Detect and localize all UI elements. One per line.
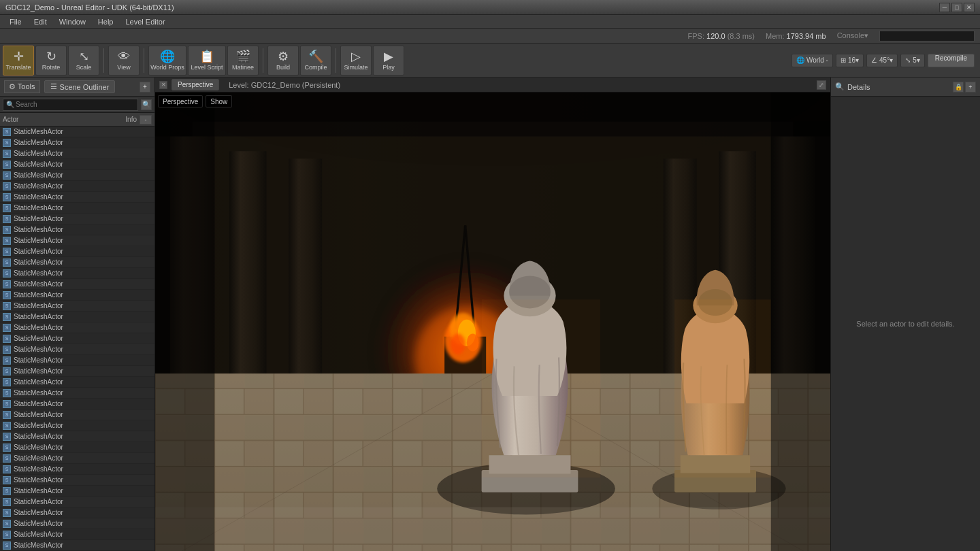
- actor-list-item[interactable]: SStaticMeshActor: [0, 312, 154, 322]
- info-controls: Info -: [125, 115, 152, 124]
- actor-list-item[interactable]: SStaticMeshActor: [0, 442, 154, 453]
- menu-window[interactable]: Window: [54, 16, 91, 27]
- actor-list-item[interactable]: SStaticMeshActor: [0, 529, 154, 540]
- scale-button[interactable]: ⤡ Scale: [68, 46, 99, 76]
- actor-list-item[interactable]: SStaticMeshActor: [0, 257, 154, 268]
- search-input[interactable]: [16, 101, 135, 108]
- actor-name-label: StaticMeshActor: [14, 280, 63, 288]
- console-input[interactable]: [879, 31, 975, 41]
- actor-list-item[interactable]: SStaticMeshActor: [0, 170, 154, 181]
- viewport-canvas[interactable]: Perspective Show: [155, 93, 830, 551]
- actor-list-item[interactable]: SStaticMeshActor: [0, 344, 154, 355]
- level-script-button[interactable]: 📋 Level Script: [188, 46, 226, 76]
- menu-file[interactable]: File: [4, 16, 27, 27]
- actor-list-item[interactable]: SStaticMeshActor: [0, 224, 154, 235]
- perspective-dropdown[interactable]: Perspective: [158, 95, 203, 107]
- actor-name-label: StaticMeshActor: [14, 139, 63, 146]
- matinee-button[interactable]: 🎬 Matinee: [227, 46, 259, 76]
- grid-dropdown[interactable]: ⊞ 16▾: [836, 54, 864, 67]
- actor-list-item[interactable]: SStaticMeshActor: [0, 464, 154, 475]
- actor-name-label: StaticMeshActor: [14, 433, 63, 440]
- actor-list-item[interactable]: SStaticMeshActor: [0, 366, 154, 377]
- play-button[interactable]: ▶ Play: [373, 46, 404, 76]
- viewport-close-button[interactable]: ✕: [159, 81, 167, 89]
- actor-list-item[interactable]: SStaticMeshActor: [0, 127, 154, 137]
- add-panel-button[interactable]: +: [140, 82, 150, 93]
- info-toggle[interactable]: -: [140, 115, 152, 124]
- actor-list-item[interactable]: SStaticMeshActor: [0, 518, 154, 529]
- build-button[interactable]: ⚙ Build: [267, 46, 299, 76]
- perspective-tab[interactable]: Perspective: [172, 79, 219, 90]
- menu-help[interactable]: Help: [93, 16, 119, 27]
- show-dropdown[interactable]: Show: [206, 95, 232, 107]
- svg-point-32: [467, 333, 478, 351]
- scene-outliner-tab[interactable]: ☰ Scene Outliner: [44, 80, 116, 93]
- actor-list-item[interactable]: SStaticMeshActor: [0, 453, 154, 464]
- maximize-button[interactable]: □: [951, 3, 962, 12]
- world-props-icon: 🌐: [160, 50, 175, 63]
- add-panel-right-button[interactable]: +: [965, 82, 976, 93]
- actor-name-label: StaticMeshActor: [14, 248, 63, 255]
- svg-rect-50: [771, 93, 830, 551]
- actor-list-item[interactable]: SStaticMeshActor: [0, 410, 154, 420]
- actor-list-item[interactable]: SStaticMeshActor: [0, 159, 154, 170]
- actor-list-item[interactable]: SStaticMeshActor: [0, 431, 154, 442]
- actor-list-item[interactable]: SStaticMeshActor: [0, 507, 154, 518]
- actor-list-header: Actor Info -: [0, 113, 154, 127]
- actor-list-item[interactable]: SStaticMeshActor: [0, 181, 154, 192]
- actor-icon: S: [3, 139, 11, 147]
- scale-dropdown[interactable]: ⤡ 5▾: [900, 54, 925, 67]
- level-script-icon: 📋: [199, 50, 214, 63]
- actor-list-item[interactable]: SStaticMeshActor: [0, 192, 154, 203]
- actor-name-label: StaticMeshActor: [14, 378, 63, 386]
- tools-button[interactable]: ⚙ Tools: [4, 80, 40, 93]
- actor-list-item[interactable]: SStaticMeshActor: [0, 268, 154, 279]
- angle-dropdown[interactable]: ∠ 45°▾: [866, 54, 898, 67]
- actor-list-item[interactable]: SStaticMeshActor: [0, 377, 154, 388]
- world-props-button[interactable]: 🌐 World Props: [148, 46, 186, 76]
- actor-list-item[interactable]: SStaticMeshActor: [0, 475, 154, 486]
- actor-list-item[interactable]: SStaticMeshActor: [0, 137, 154, 148]
- world-dropdown[interactable]: 🌐 World -: [791, 54, 833, 67]
- actor-name-label: StaticMeshActor: [14, 226, 63, 233]
- actor-list-item[interactable]: SStaticMeshActor: [0, 214, 154, 224]
- recompile-button[interactable]: Recompile: [928, 54, 975, 67]
- title-bar-controls: ─ □ ✕: [939, 3, 975, 12]
- simulate-button[interactable]: ▷ Simulate: [340, 46, 372, 76]
- actor-list-item[interactable]: SStaticMeshActor: [0, 246, 154, 257]
- compile-button[interactable]: 🔨 Compile: [300, 46, 331, 76]
- actor-list-item[interactable]: SStaticMeshActor: [0, 420, 154, 431]
- minimize-button[interactable]: ─: [939, 3, 950, 12]
- actor-list-item[interactable]: SStaticMeshActor: [0, 235, 154, 246]
- actor-list-item[interactable]: SStaticMeshActor: [0, 279, 154, 290]
- actor-list[interactable]: SStaticMeshActorSStaticMeshActorSStaticM…: [0, 127, 154, 551]
- translate-icon: ✛: [14, 50, 24, 63]
- actor-list-item[interactable]: SStaticMeshActor: [0, 322, 154, 333]
- translate-button[interactable]: ✛ Translate: [3, 46, 34, 76]
- close-button[interactable]: ✕: [964, 3, 975, 12]
- actor-list-item[interactable]: SStaticMeshActor: [0, 355, 154, 366]
- actor-list-item[interactable]: SStaticMeshActor: [0, 301, 154, 312]
- actor-list-item[interactable]: SStaticMeshActor: [0, 497, 154, 507]
- actor-list-item[interactable]: SStaticMeshActor: [0, 540, 154, 551]
- actor-name-label: StaticMeshActor: [14, 422, 63, 429]
- actor-icon: S: [3, 476, 11, 484]
- actor-list-item[interactable]: SStaticMeshActor: [0, 388, 154, 399]
- actor-list-item[interactable]: SStaticMeshActor: [0, 148, 154, 159]
- mem-stat: Mem: 1793.94 mb: [766, 32, 826, 40]
- actor-name-label: StaticMeshActor: [14, 356, 63, 364]
- details-lock-button[interactable]: 🔒: [953, 82, 964, 93]
- menu-level-editor[interactable]: Level Editor: [120, 16, 170, 27]
- actor-list-item[interactable]: SStaticMeshActor: [0, 486, 154, 497]
- viewport-maximize-button[interactable]: ⤢: [817, 80, 826, 90]
- rotate-button[interactable]: ↻ Rotate: [35, 46, 67, 76]
- console-button[interactable]: Console▾: [837, 31, 868, 40]
- viewport-title: Level: GDC12_Demo (Persistent): [229, 81, 340, 89]
- view-button[interactable]: 👁 View: [108, 46, 140, 76]
- actor-list-item[interactable]: SStaticMeshActor: [0, 333, 154, 344]
- actor-list-item[interactable]: SStaticMeshActor: [0, 399, 154, 410]
- actor-list-item[interactable]: SStaticMeshActor: [0, 203, 154, 214]
- actor-list-item[interactable]: SStaticMeshActor: [0, 290, 154, 301]
- search-button[interactable]: 🔍: [141, 99, 152, 110]
- menu-edit[interactable]: Edit: [29, 16, 52, 27]
